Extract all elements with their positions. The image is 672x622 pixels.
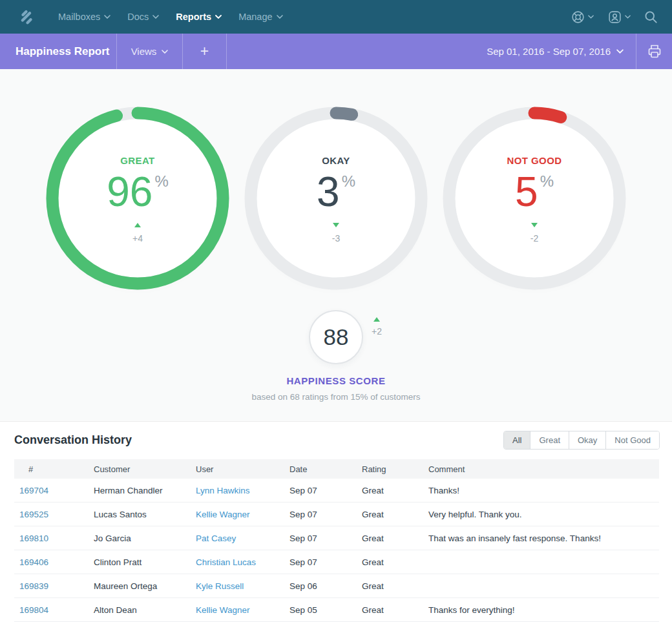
rating-value: Great xyxy=(362,486,428,495)
gauge-okay: OKAY 3% -3 xyxy=(244,107,428,290)
nav-item-label: Mailboxes xyxy=(58,12,100,22)
rating-comment: Thanks! xyxy=(428,486,659,495)
column-header-user: User xyxy=(196,464,289,474)
conversation-id-link[interactable]: 169406 xyxy=(19,557,48,567)
nav-item-mailboxes[interactable]: Mailboxes xyxy=(50,0,119,34)
gauge-great: GREAT 96% +4 xyxy=(46,107,229,290)
help-menu-button[interactable] xyxy=(571,10,594,25)
subheader-spacer xyxy=(227,34,487,69)
gauge-content: NOT GOOD 5% -2 xyxy=(443,107,626,290)
happiness-score-label: HAPPINESS SCORE xyxy=(0,375,672,386)
rating-value: Great xyxy=(362,581,428,591)
date-range-picker[interactable]: Sep 01, 2016 - Sep 07, 2016 xyxy=(487,34,636,69)
chevron-down-icon xyxy=(104,15,110,19)
conversation-id-link[interactable]: 169804 xyxy=(19,605,48,615)
gauge-change: -2 xyxy=(530,233,538,244)
conversation-table: # Customer User Date Rating Comment 1697… xyxy=(14,459,659,622)
search-icon xyxy=(644,10,658,24)
user-link[interactable]: Kyle Russell xyxy=(196,581,244,591)
nav-item-label: Manage xyxy=(238,12,272,22)
views-label: Views xyxy=(131,46,157,57)
table-row: 169704 Herman Chandler Lynn Hawkins Sep … xyxy=(14,479,659,503)
table-row: 169525 Lucas Santos Kellie Wagner Sep 07… xyxy=(14,503,659,526)
rating-date: Sep 07 xyxy=(289,510,362,519)
rating-date: Sep 07 xyxy=(289,486,362,495)
conversation-id-link[interactable]: 169839 xyxy=(19,581,48,591)
column-header-rating: Rating xyxy=(362,464,428,474)
gauge-change: -3 xyxy=(332,233,340,244)
helpscout-logo[interactable] xyxy=(18,8,36,26)
date-range-label: Sep 01, 2016 - Sep 07, 2016 xyxy=(487,46,611,57)
table-row: 169804 Alton Dean Kellie Wagner Sep 05 G… xyxy=(14,598,659,622)
customer-name: Lucas Santos xyxy=(94,510,196,519)
percent-sign: % xyxy=(154,172,168,190)
gauge-value: 3% xyxy=(317,171,355,213)
column-header-date: Date xyxy=(289,464,362,474)
top-navbar: Mailboxes Docs Reports Manage xyxy=(0,0,672,34)
conversation-id-link[interactable]: 169704 xyxy=(19,486,48,495)
rating-comment: Thanks for everything! xyxy=(428,605,659,615)
rating-date: Sep 07 xyxy=(289,534,362,543)
chevron-down-icon xyxy=(277,15,283,19)
conversation-header: Conversation History All Great Okay Not … xyxy=(0,422,672,450)
happiness-change: +2 xyxy=(372,317,382,337)
user-link[interactable]: Christian Lucas xyxy=(196,557,256,567)
user-link[interactable]: Pat Casey xyxy=(196,534,236,543)
conversation-id-link[interactable]: 169810 xyxy=(19,534,48,543)
chevron-down-icon xyxy=(588,15,594,19)
nav-item-reports[interactable]: Reports xyxy=(167,0,230,34)
chevron-down-icon xyxy=(625,15,631,19)
gauges-row: GREAT 96% +4 OKAY 3% -3 xyxy=(0,69,672,290)
filter-all-button[interactable]: All xyxy=(504,431,530,449)
views-dropdown[interactable]: Views xyxy=(117,34,182,69)
gauge-label: OKAY xyxy=(322,155,350,166)
trend-up-icon xyxy=(373,317,380,322)
chevron-down-icon xyxy=(162,50,168,54)
chevron-down-icon xyxy=(152,15,159,19)
chevron-down-icon xyxy=(616,49,624,54)
add-view-button[interactable]: + xyxy=(183,34,226,69)
gauge-content: GREAT 96% +4 xyxy=(46,107,229,290)
print-button[interactable] xyxy=(636,34,672,69)
filter-great-button[interactable]: Great xyxy=(530,431,569,449)
filter-not-good-button[interactable]: Not Good xyxy=(605,431,659,449)
search-button[interactable] xyxy=(644,10,658,24)
rating-value: Great xyxy=(362,534,428,543)
table-row: 169839 Maureen Ortega Kyle Russell Sep 0… xyxy=(14,574,659,598)
rating-date: Sep 05 xyxy=(289,605,362,615)
conversation-history-section: Conversation History All Great Okay Not … xyxy=(0,422,672,622)
nav-item-docs[interactable]: Docs xyxy=(119,0,167,34)
nav-right-icons xyxy=(571,10,658,25)
customer-name: Clinton Pratt xyxy=(94,557,196,567)
percent-sign: % xyxy=(540,172,554,190)
happiness-score-subtitle: based on 68 ratings from 15% of customer… xyxy=(0,392,672,402)
user-link[interactable]: Kellie Wagner xyxy=(196,510,250,519)
account-menu-button[interactable] xyxy=(607,10,631,25)
printer-icon xyxy=(647,44,662,59)
rating-comment: Very helpful. Thank you. xyxy=(428,510,659,519)
customer-name: Herman Chandler xyxy=(94,486,196,495)
user-link[interactable]: Kellie Wagner xyxy=(196,605,250,615)
nav-item-manage[interactable]: Manage xyxy=(230,0,291,34)
rating-comment: That was an insanely fast response. Than… xyxy=(428,534,659,543)
happiness-score-block: 88 +2 xyxy=(309,310,363,364)
filter-okay-button[interactable]: Okay xyxy=(569,431,605,449)
logo-icon xyxy=(18,8,36,26)
column-header-id: # xyxy=(14,464,94,474)
rating-value: Great xyxy=(362,557,428,567)
gauge-value: 96% xyxy=(107,171,169,213)
section-title: Conversation History xyxy=(14,433,132,447)
trend-arrow-icon xyxy=(531,223,538,227)
nav-item-label: Docs xyxy=(127,12,149,22)
account-icon xyxy=(607,10,622,25)
rating-value: Great xyxy=(362,605,428,615)
gauge-not-good: NOT GOOD 5% -2 xyxy=(443,107,626,290)
table-row: 169810 Jo Garcia Pat Casey Sep 07 Great … xyxy=(14,526,659,550)
percent-sign: % xyxy=(342,172,355,190)
gauge-change: +4 xyxy=(132,233,143,244)
rating-value: Great xyxy=(362,510,428,519)
gauge-value: 5% xyxy=(515,171,554,213)
column-header-customer: Customer xyxy=(94,464,196,474)
conversation-id-link[interactable]: 169525 xyxy=(19,510,48,519)
user-link[interactable]: Lynn Hawkins xyxy=(196,486,250,495)
